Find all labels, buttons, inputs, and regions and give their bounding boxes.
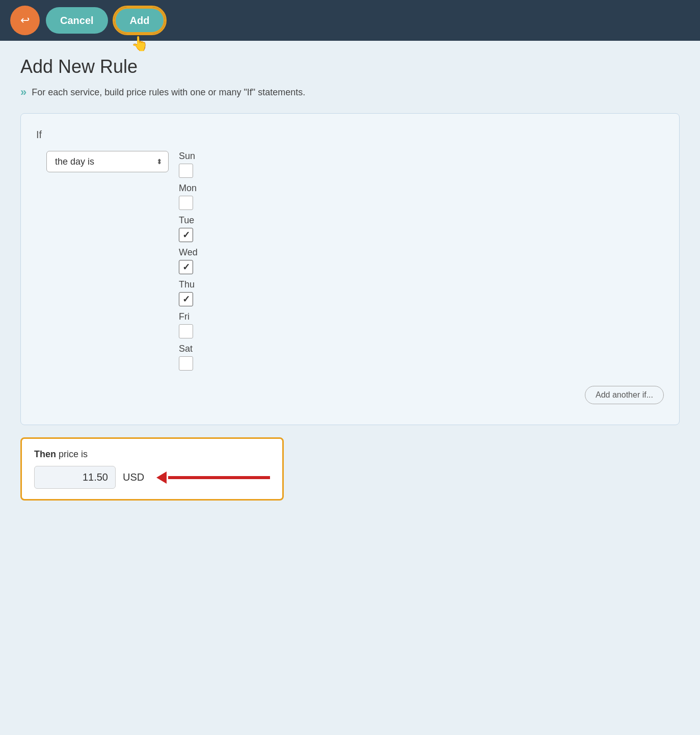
day-label: Tue <box>179 215 198 226</box>
day-checkbox-sun[interactable] <box>179 164 193 178</box>
day-item: Sat <box>179 344 198 375</box>
then-price-section: Then price is USD <box>20 437 284 501</box>
day-label: Fri <box>179 311 198 322</box>
checkmark-icon: ✓ <box>182 261 190 273</box>
page-title: Add New Rule <box>20 56 680 77</box>
red-arrow <box>156 471 270 484</box>
day-label: Thu <box>179 279 198 290</box>
day-label: Sat <box>179 344 198 354</box>
day-label: Sun <box>179 151 198 162</box>
price-input[interactable] <box>34 466 116 489</box>
page-subtitle: » For each service, build price rules wi… <box>20 86 680 99</box>
toolbar: ↩ Cancel Add 👆 <box>0 0 700 41</box>
add-button-wrapper: Add 👆 <box>114 7 166 34</box>
day-item: Tue✓ <box>179 215 198 246</box>
currency-label: USD <box>123 471 144 483</box>
days-list: SunMonTue✓Wed✓Thu✓FriSat <box>179 151 198 376</box>
day-item: Wed✓ <box>179 247 198 278</box>
then-bold: Then <box>34 449 56 459</box>
day-checkbox-mon[interactable] <box>179 196 193 210</box>
if-label: If <box>36 129 664 141</box>
day-label: Mon <box>179 183 198 194</box>
day-checkbox-wed[interactable]: ✓ <box>179 260 193 274</box>
day-checkbox-tue[interactable]: ✓ <box>179 228 193 242</box>
day-checkbox-thu[interactable]: ✓ <box>179 292 193 306</box>
add-button[interactable]: Add <box>114 7 166 34</box>
condition-row: the day is the time is the date is ⬍ Sun… <box>46 151 664 376</box>
add-another-if-row: Add another if... <box>36 386 664 404</box>
day-checkbox-sat[interactable] <box>179 356 193 371</box>
condition-select-wrapper: the day is the time is the date is ⬍ <box>46 151 169 172</box>
red-arrow-head <box>156 471 167 484</box>
then-price-wrapper: Then price is USD <box>20 437 680 501</box>
checkmark-icon: ✓ <box>182 229 190 241</box>
double-arrow-icon: » <box>20 86 26 99</box>
rule-card: If the day is the time is the date is ⬍ … <box>20 113 680 425</box>
cursor-hand-icon: 👆 <box>131 35 149 52</box>
price-row: USD <box>34 466 270 489</box>
day-item: Mon <box>179 183 198 214</box>
day-item: Fri <box>179 311 198 343</box>
condition-select[interactable]: the day is the time is the date is <box>46 151 169 172</box>
checkmark-icon: ✓ <box>182 294 190 305</box>
day-item: Thu✓ <box>179 279 198 310</box>
day-item: Sun <box>179 151 198 182</box>
red-arrow-line <box>168 476 270 479</box>
main-content: Add New Rule » For each service, build p… <box>0 41 700 516</box>
subtitle-text: For each service, build price rules with… <box>32 87 305 98</box>
day-label: Wed <box>179 247 198 258</box>
cancel-button[interactable]: Cancel <box>46 7 108 34</box>
then-suffix: price is <box>56 449 88 459</box>
then-label: Then price is <box>34 449 270 460</box>
back-button[interactable]: ↩ <box>10 6 40 35</box>
day-checkbox-fri[interactable] <box>179 324 193 338</box>
add-another-if-button[interactable]: Add another if... <box>585 386 664 404</box>
